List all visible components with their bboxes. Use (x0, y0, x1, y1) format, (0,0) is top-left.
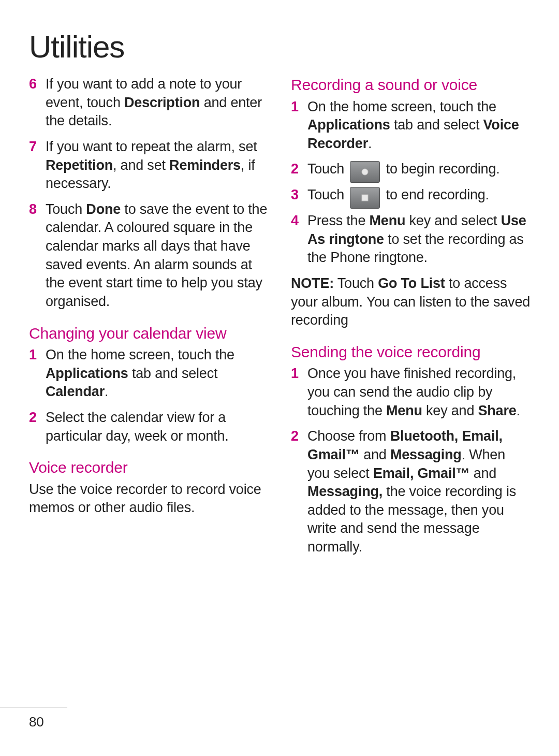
list-item: 4 Press the Menu key and select Use As r… (291, 212, 530, 267)
step-number: 8 (29, 200, 46, 311)
continued-steps: 6 If you want to add a note to your even… (29, 75, 268, 311)
record-icon (350, 161, 380, 183)
step-body: Choose from Bluetooth, Email, Gmail™ and… (307, 427, 530, 556)
step-body: If you want to repeat the alarm, set Rep… (46, 138, 268, 193)
list-item: 8 Touch Done to save the event to the ca… (29, 200, 268, 311)
list-item: 2 Touch to begin recording. (291, 160, 530, 179)
page-title: Utilities (29, 29, 530, 65)
heading-voice-recorder: Voice recorder (29, 458, 268, 477)
heading-change-view: Changing your calendar view (29, 324, 268, 343)
step-body: On the home screen, touch the Applicatio… (46, 346, 268, 401)
step-number: 6 (29, 75, 46, 130)
list-item: 1 On the home screen, touch the Applicat… (29, 346, 268, 401)
manual-page: Utilities 6 If you want to add a note to… (0, 0, 559, 756)
svg-rect-1 (362, 195, 368, 201)
voice-intro: Use the voice recorder to record voice m… (29, 481, 268, 517)
step-body: Press the Menu key and select Use As rin… (307, 212, 530, 267)
step-number: 4 (291, 212, 307, 267)
svg-point-0 (362, 169, 368, 175)
list-item: 3 Touch to end recording. (291, 186, 530, 205)
step-body: Select the calendar view for a particula… (46, 409, 268, 445)
stop-icon (350, 187, 380, 209)
right-column: Recording a sound or voice 1 On the home… (291, 75, 530, 564)
step-body: Once you have finished recording, you ca… (307, 365, 530, 420)
step-number: 2 (291, 427, 307, 556)
list-item: 6 If you want to add a note to your even… (29, 75, 268, 130)
note: NOTE: Touch Go To List to access your al… (291, 274, 530, 330)
change-view-steps: 1 On the home screen, touch the Applicat… (29, 346, 268, 445)
page-number: 80 (29, 714, 44, 730)
step-body: On the home screen, touch the Applicatio… (307, 98, 530, 153)
left-column: 6 If you want to add a note to your even… (29, 75, 268, 564)
step-number: 1 (291, 365, 307, 420)
step-number: 2 (291, 160, 307, 179)
list-item: 2 Select the calendar view for a particu… (29, 409, 268, 445)
step-body: Touch to begin recording. (307, 160, 530, 179)
step-number: 3 (291, 186, 307, 205)
step-number: 7 (29, 138, 46, 193)
step-body: Touch to end recording. (307, 186, 530, 205)
recording-steps: 1 On the home screen, touch the Applicat… (291, 98, 530, 268)
columns: 6 If you want to add a note to your even… (29, 75, 530, 564)
step-number: 2 (29, 409, 46, 445)
list-item: 1 Once you have finished recording, you … (291, 365, 530, 420)
sending-steps: 1 Once you have finished recording, you … (291, 365, 530, 556)
list-item: 1 On the home screen, touch the Applicat… (291, 98, 530, 153)
note-label: NOTE: (291, 275, 334, 291)
step-body: If you want to add a note to your event,… (46, 75, 268, 130)
step-number: 1 (29, 346, 46, 401)
heading-recording: Recording a sound or voice (291, 75, 530, 95)
heading-sending: Sending the voice recording (291, 342, 530, 362)
step-body: Touch Done to save the event to the cale… (46, 200, 268, 311)
step-number: 1 (291, 98, 307, 153)
list-item: 2 Choose from Bluetooth, Email, Gmail™ a… (291, 427, 530, 556)
list-item: 7 If you want to repeat the alarm, set R… (29, 138, 268, 193)
